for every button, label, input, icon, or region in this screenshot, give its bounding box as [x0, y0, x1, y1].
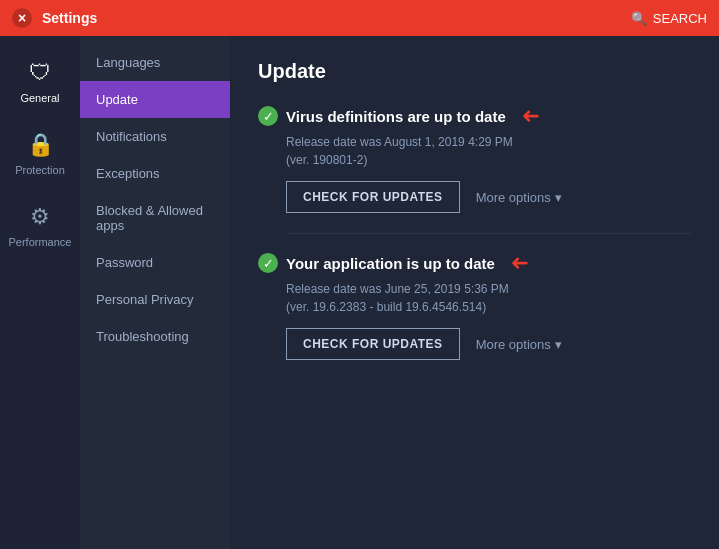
arrow-annotation-1: ➜	[522, 103, 540, 129]
virus-def-title: Virus definitions are up to date	[286, 108, 506, 125]
menu-item-exceptions[interactable]: Exceptions	[80, 155, 230, 192]
left-nav: 🛡 General 🔒 Protection ⚙ Performance	[0, 36, 80, 549]
chevron-down-icon: ▾	[555, 190, 562, 205]
virus-def-header: ✓ Virus definitions are up to date ➜	[258, 103, 691, 129]
app-update-check-icon: ✓	[258, 253, 278, 273]
application-section: ✓ Your application is up to date ➜ Relea…	[258, 250, 691, 360]
sidebar-item-performance[interactable]: ⚙ Performance	[0, 190, 80, 262]
search-icon: 🔍	[631, 11, 647, 26]
app-title: Settings	[42, 10, 97, 26]
arrow-annotation-2: ➜	[511, 250, 529, 276]
app-update-more-options[interactable]: More options ▾	[476, 337, 562, 352]
app-update-actions: CHECK FOR UPDATES More options ▾	[286, 328, 691, 360]
sidebar-item-protection[interactable]: 🔒 Protection	[0, 118, 80, 190]
app-update-title: Your application is up to date	[286, 255, 495, 272]
virus-def-more-options[interactable]: More options ▾	[476, 190, 562, 205]
page-title: Update	[258, 60, 691, 83]
virus-def-check-button[interactable]: CHECK FOR UPDATES	[286, 181, 460, 213]
menu-item-password[interactable]: Password	[80, 244, 230, 281]
app-update-header: ✓ Your application is up to date ➜	[258, 250, 691, 276]
virus-def-check-icon: ✓	[258, 106, 278, 126]
virus-def-subtitle: Release date was August 1, 2019 4:29 PM …	[286, 133, 691, 169]
section-divider	[286, 233, 691, 234]
virus-definitions-section: ✓ Virus definitions are up to date ➜ Rel…	[258, 103, 691, 213]
middle-menu: Languages Update Notifications Exception…	[80, 36, 230, 549]
sidebar-item-label-general: General	[20, 92, 59, 104]
virus-def-actions: CHECK FOR UPDATES More options ▾	[286, 181, 691, 213]
lock-icon: 🔒	[27, 132, 54, 158]
shield-icon: 🛡	[29, 60, 51, 86]
menu-item-troubleshooting[interactable]: Troubleshooting	[80, 318, 230, 355]
content-area: Update ✓ Virus definitions are up to dat…	[230, 36, 719, 549]
chevron-down-icon-2: ▾	[555, 337, 562, 352]
titlebar: × Settings 🔍 SEARCH	[0, 0, 719, 36]
app-update-check-button[interactable]: CHECK FOR UPDATES	[286, 328, 460, 360]
gear-icon: ⚙	[30, 204, 50, 230]
menu-item-personal-privacy[interactable]: Personal Privacy	[80, 281, 230, 318]
menu-item-update[interactable]: Update	[80, 81, 230, 118]
app-update-subtitle: Release date was June 25, 2019 5:36 PM (…	[286, 280, 691, 316]
menu-item-languages[interactable]: Languages	[80, 44, 230, 81]
close-button[interactable]: ×	[12, 8, 32, 28]
menu-item-blocked-allowed[interactable]: Blocked & Allowed apps	[80, 192, 230, 244]
sidebar-item-label-protection: Protection	[15, 164, 65, 176]
sidebar-item-general[interactable]: 🛡 General	[0, 46, 80, 118]
titlebar-left: × Settings	[12, 8, 97, 28]
search-label: SEARCH	[653, 11, 707, 26]
sidebar-item-label-performance: Performance	[9, 236, 72, 248]
menu-item-notifications[interactable]: Notifications	[80, 118, 230, 155]
search-button[interactable]: 🔍 SEARCH	[631, 11, 707, 26]
main-layout: 🛡 General 🔒 Protection ⚙ Performance Lan…	[0, 36, 719, 549]
